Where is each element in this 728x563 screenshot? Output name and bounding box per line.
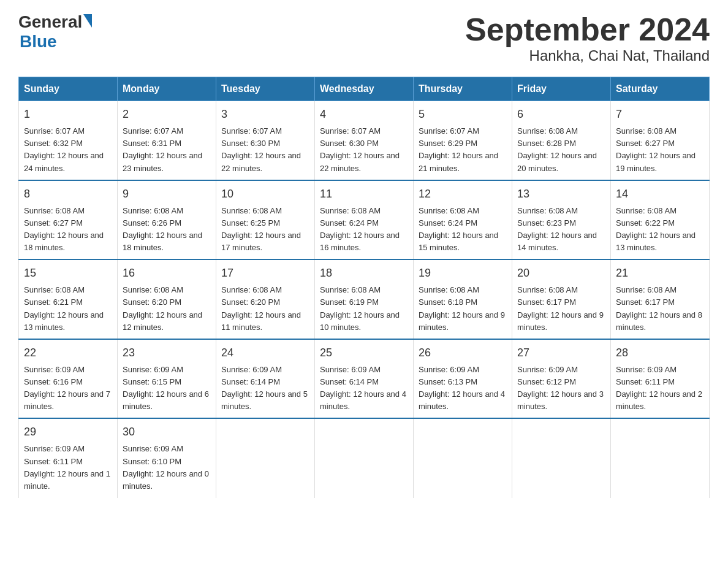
week-row-1: 1Sunrise: 6:07 AMSunset: 6:32 PMDaylight… [19, 101, 710, 180]
calendar-cell: 16Sunrise: 6:08 AMSunset: 6:20 PMDayligh… [118, 259, 216, 339]
calendar-cell [315, 418, 414, 498]
day-number: 11 [320, 186, 408, 202]
day-number: 24 [221, 345, 309, 361]
calendar-cell: 10Sunrise: 6:08 AMSunset: 6:25 PMDayligh… [216, 180, 315, 260]
day-number: 17 [221, 265, 309, 282]
calendar-cell: 25Sunrise: 6:09 AMSunset: 6:14 PMDayligh… [315, 339, 414, 419]
week-row-4: 22Sunrise: 6:09 AMSunset: 6:16 PMDayligh… [19, 339, 710, 419]
calendar-cell: 22Sunrise: 6:09 AMSunset: 6:16 PMDayligh… [19, 339, 118, 419]
day-number: 12 [419, 186, 507, 202]
calendar-cell: 19Sunrise: 6:08 AMSunset: 6:18 PMDayligh… [414, 259, 512, 339]
day-number: 16 [123, 265, 211, 282]
day-number: 21 [616, 265, 704, 282]
page-title: September 2024 [465, 12, 710, 47]
page-header: General Blue September 2024 Hankha, Chai… [18, 12, 710, 64]
calendar-cell: 18Sunrise: 6:08 AMSunset: 6:19 PMDayligh… [315, 259, 414, 339]
day-number: 23 [123, 345, 211, 361]
day-info: Sunrise: 6:08 AMSunset: 6:19 PMDaylight:… [320, 284, 408, 334]
calendar-cell: 20Sunrise: 6:08 AMSunset: 6:17 PMDayligh… [512, 259, 611, 339]
header-thursday: Thursday [414, 77, 512, 101]
calendar-cell [216, 418, 315, 498]
title-area: September 2024 Hankha, Chai Nat, Thailan… [465, 12, 710, 64]
day-number: 19 [419, 265, 507, 282]
day-number: 27 [517, 345, 605, 361]
calendar-cell: 30Sunrise: 6:09 AMSunset: 6:10 PMDayligh… [118, 418, 216, 498]
calendar-cell: 23Sunrise: 6:09 AMSunset: 6:15 PMDayligh… [118, 339, 216, 419]
day-number: 1 [24, 106, 112, 123]
week-row-3: 15Sunrise: 6:08 AMSunset: 6:21 PMDayligh… [19, 259, 710, 339]
day-info: Sunrise: 6:08 AMSunset: 6:24 PMDaylight:… [320, 205, 408, 255]
day-info: Sunrise: 6:08 AMSunset: 6:17 PMDaylight:… [616, 284, 704, 334]
calendar-cell: 12Sunrise: 6:08 AMSunset: 6:24 PMDayligh… [414, 180, 512, 260]
day-info: Sunrise: 6:08 AMSunset: 6:22 PMDaylight:… [616, 205, 704, 255]
calendar-cell: 3Sunrise: 6:07 AMSunset: 6:30 PMDaylight… [216, 101, 315, 180]
calendar-cell: 27Sunrise: 6:09 AMSunset: 6:12 PMDayligh… [512, 339, 611, 419]
calendar-cell: 1Sunrise: 6:07 AMSunset: 6:32 PMDaylight… [19, 101, 118, 180]
day-info: Sunrise: 6:08 AMSunset: 6:27 PMDaylight:… [616, 125, 704, 175]
calendar-cell: 5Sunrise: 6:07 AMSunset: 6:29 PMDaylight… [414, 101, 512, 180]
calendar-cell: 26Sunrise: 6:09 AMSunset: 6:13 PMDayligh… [414, 339, 512, 419]
header-friday: Friday [512, 77, 611, 101]
day-number: 10 [221, 186, 309, 202]
day-info: Sunrise: 6:07 AMSunset: 6:30 PMDaylight:… [221, 125, 309, 175]
logo-general: General [18, 12, 82, 32]
day-info: Sunrise: 6:07 AMSunset: 6:29 PMDaylight:… [419, 125, 507, 175]
day-number: 7 [616, 106, 704, 123]
day-info: Sunrise: 6:09 AMSunset: 6:11 PMDaylight:… [24, 443, 112, 492]
day-number: 30 [123, 424, 211, 440]
calendar-cell: 6Sunrise: 6:08 AMSunset: 6:28 PMDaylight… [512, 101, 611, 180]
day-info: Sunrise: 6:09 AMSunset: 6:16 PMDaylight:… [24, 364, 112, 413]
day-info: Sunrise: 6:08 AMSunset: 6:25 PMDaylight:… [221, 205, 309, 255]
day-info: Sunrise: 6:08 AMSunset: 6:26 PMDaylight:… [123, 205, 211, 255]
day-info: Sunrise: 6:09 AMSunset: 6:11 PMDaylight:… [616, 364, 704, 413]
calendar-cell: 7Sunrise: 6:08 AMSunset: 6:27 PMDaylight… [611, 101, 710, 180]
day-info: Sunrise: 6:08 AMSunset: 6:24 PMDaylight:… [419, 205, 507, 255]
day-number: 26 [419, 345, 507, 361]
day-info: Sunrise: 6:08 AMSunset: 6:23 PMDaylight:… [517, 205, 605, 255]
calendar-cell: 14Sunrise: 6:08 AMSunset: 6:22 PMDayligh… [611, 180, 710, 260]
calendar-cell: 8Sunrise: 6:08 AMSunset: 6:27 PMDaylight… [19, 180, 118, 260]
header-sunday: Sunday [19, 77, 118, 101]
day-number: 4 [320, 106, 408, 123]
day-info: Sunrise: 6:09 AMSunset: 6:12 PMDaylight:… [517, 364, 605, 413]
calendar-cell: 17Sunrise: 6:08 AMSunset: 6:20 PMDayligh… [216, 259, 315, 339]
calendar-table: SundayMondayTuesdayWednesdayThursdayFrid… [18, 77, 710, 498]
header-monday: Monday [118, 77, 216, 101]
day-info: Sunrise: 6:08 AMSunset: 6:21 PMDaylight:… [24, 284, 112, 334]
day-info: Sunrise: 6:08 AMSunset: 6:20 PMDaylight:… [123, 284, 211, 334]
day-info: Sunrise: 6:09 AMSunset: 6:10 PMDaylight:… [123, 443, 211, 492]
day-info: Sunrise: 6:09 AMSunset: 6:15 PMDaylight:… [123, 364, 211, 413]
day-number: 9 [123, 186, 211, 202]
calendar-cell: 15Sunrise: 6:08 AMSunset: 6:21 PMDayligh… [19, 259, 118, 339]
day-info: Sunrise: 6:07 AMSunset: 6:32 PMDaylight:… [24, 125, 112, 175]
day-number: 15 [24, 265, 112, 282]
header-tuesday: Tuesday [216, 77, 315, 101]
day-number: 29 [24, 424, 112, 440]
day-info: Sunrise: 6:08 AMSunset: 6:20 PMDaylight:… [221, 284, 309, 334]
calendar-cell: 11Sunrise: 6:08 AMSunset: 6:24 PMDayligh… [315, 180, 414, 260]
week-row-5: 29Sunrise: 6:09 AMSunset: 6:11 PMDayligh… [19, 418, 710, 498]
calendar-cell [611, 418, 710, 498]
day-number: 18 [320, 265, 408, 282]
logo-blue: Blue [18, 32, 57, 52]
calendar-cell: 21Sunrise: 6:08 AMSunset: 6:17 PMDayligh… [611, 259, 710, 339]
day-number: 2 [123, 106, 211, 123]
day-info: Sunrise: 6:08 AMSunset: 6:28 PMDaylight:… [517, 125, 605, 175]
day-number: 5 [419, 106, 507, 123]
calendar-cell: 9Sunrise: 6:08 AMSunset: 6:26 PMDaylight… [118, 180, 216, 260]
calendar-cell [512, 418, 611, 498]
day-number: 14 [616, 186, 704, 202]
day-info: Sunrise: 6:09 AMSunset: 6:13 PMDaylight:… [419, 364, 507, 413]
day-number: 3 [221, 106, 309, 123]
day-number: 28 [616, 345, 704, 361]
day-info: Sunrise: 6:09 AMSunset: 6:14 PMDaylight:… [221, 364, 309, 413]
calendar-cell: 28Sunrise: 6:09 AMSunset: 6:11 PMDayligh… [611, 339, 710, 419]
page-subtitle: Hankha, Chai Nat, Thailand [465, 47, 710, 64]
calendar-cell: 29Sunrise: 6:09 AMSunset: 6:11 PMDayligh… [19, 418, 118, 498]
day-info: Sunrise: 6:07 AMSunset: 6:30 PMDaylight:… [320, 125, 408, 175]
day-number: 8 [24, 186, 112, 202]
calendar-cell: 2Sunrise: 6:07 AMSunset: 6:31 PMDaylight… [118, 101, 216, 180]
week-row-2: 8Sunrise: 6:08 AMSunset: 6:27 PMDaylight… [19, 180, 710, 260]
day-info: Sunrise: 6:07 AMSunset: 6:31 PMDaylight:… [123, 125, 211, 175]
day-info: Sunrise: 6:09 AMSunset: 6:14 PMDaylight:… [320, 364, 408, 413]
